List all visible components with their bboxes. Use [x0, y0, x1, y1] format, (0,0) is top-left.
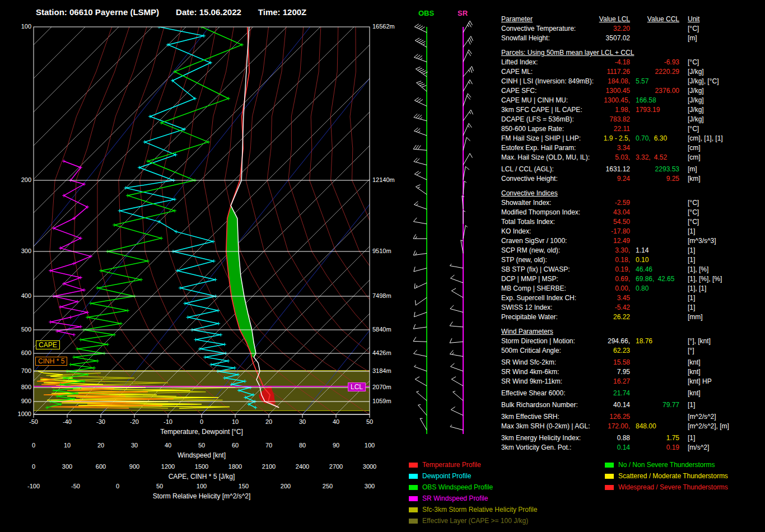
wind-axis-tick-label: 70 — [265, 442, 272, 449]
value-lcl: 0.14 — [501, 443, 630, 452]
value-lcl: 16.27 — [501, 377, 630, 386]
value-ccl-part: 2376.00 — [655, 87, 679, 95]
value-lcl: 7.95 — [501, 367, 630, 377]
value-mid-part: 6.30 — [654, 134, 667, 142]
value-unit: [J/kg] — [688, 67, 704, 77]
obs-wind-barb — [414, 365, 427, 371]
barb-staff — [413, 149, 427, 150]
value-lcl: 62.23 — [501, 346, 630, 356]
barb-full — [415, 38, 419, 40]
value-mid-part: 3.32, — [636, 153, 651, 161]
legend-label: Sfc-3km Storm Relative Helicity Profile — [422, 506, 537, 514]
cape-axis-tick-label: 3000 — [363, 463, 376, 470]
obs-wind-barb — [414, 283, 427, 288]
value-lcl-part: 783.82 — [609, 115, 630, 123]
legend-swatch — [409, 474, 418, 479]
value-lcl-part: 294.66, — [608, 337, 630, 345]
parameter-row: Lifted Index:-4.18-6.93[°C] — [501, 58, 764, 67]
parameter-row: 3km Energy Helicity Index:0.881.75[1] — [501, 433, 764, 443]
legend-swatch — [409, 519, 418, 524]
value-lcl-part: 0.00, — [615, 284, 630, 292]
barb-full — [416, 185, 420, 187]
barb-full — [414, 283, 415, 288]
parameter-row: CINH | LSI (Inversion: 849mB):184.08,5.5… — [501, 77, 764, 86]
severity-legend-item: Widespread / Severe Thunderstorms — [605, 482, 728, 493]
value-mid-part: 0.10 — [636, 256, 649, 264]
parameter-row: SWISS 12 Index:-5.42[1] — [501, 303, 764, 312]
barb-half — [416, 236, 417, 239]
isotherm — [0, 27, 220, 414]
legend-label: Dewpoint Profile — [422, 472, 471, 480]
obs-panel-label: OBS — [418, 9, 434, 17]
value-lcl: 43.04 — [501, 208, 630, 217]
height-label: 4426m — [372, 349, 391, 356]
barb-full — [451, 407, 455, 409]
value-lcl-part: 43.04 — [613, 208, 630, 216]
value-lcl-part: 1631.12 — [606, 165, 630, 173]
value-unit: [1] — [688, 303, 695, 312]
barb-full — [414, 350, 417, 354]
wind-axis-tick-label: 0 — [32, 442, 35, 449]
value-lcl-part: 22.11 — [614, 125, 630, 133]
obs-wind-barb — [414, 202, 427, 209]
value-unit: [°C] — [688, 58, 699, 67]
parameter-row: Snowfall Height:3507.02[m] — [501, 34, 764, 43]
header-value-lcl-wrap: Value LCL — [501, 15, 630, 24]
barb-full — [451, 288, 456, 291]
obs-wind-barb — [413, 324, 427, 329]
wind-axis-tick-label: 100 — [365, 442, 375, 449]
pressure-label: 800 — [7, 384, 31, 390]
cape-axis-tick-label: 1200 — [161, 463, 175, 470]
barb-full — [450, 338, 452, 343]
value-lcl-part: 40.14 — [613, 401, 630, 409]
parameter-row: Total Totals Index:54.50[°C] — [501, 217, 764, 227]
obs-wind-barb — [414, 114, 427, 121]
value-lcl-part: 7.95 — [617, 368, 630, 376]
barb-full — [421, 27, 425, 30]
parameter-row: FM Hail Size | SHIP | LHP:1.9 - 2.5,0.70… — [501, 134, 764, 143]
barb-staff — [413, 222, 427, 224]
mixing-ratio-line — [101, 27, 411, 414]
barb-staff — [463, 50, 469, 62]
barb-full — [470, 68, 472, 73]
value-mid: 1793.19 — [636, 105, 663, 115]
temp-axis-tick-label: -20 — [130, 418, 139, 425]
height-label: 16562m — [372, 23, 395, 30]
section-title: Parcels: Using 50mB mean layer LCL + CCL — [501, 48, 764, 58]
value-lcl: 172.00, — [501, 422, 630, 431]
cape-axis-tick-label: 600 — [96, 463, 106, 470]
obs-wind-barb — [413, 145, 427, 150]
temp-axis-title: Temperature, Dewpoint [°C] — [160, 428, 243, 436]
value-unit: [m^2/s^2] — [688, 412, 716, 422]
profile-legend-item: SR Windspeed Profile — [409, 493, 537, 504]
value-mid-part: 46.46 — [636, 265, 652, 273]
isotherm — [134, 27, 522, 414]
temp-axis-tick-label: -50 — [29, 418, 38, 425]
value-ccl: 2376.00 — [630, 86, 679, 96]
wind-axis-tick-label: 90 — [333, 442, 339, 449]
srh-axis-tick-label: 50 — [156, 483, 163, 489]
parameter-row: 3km Vorticity Gen. Pot.:0.140.19[m/s^2] — [501, 443, 764, 452]
barb-staff — [413, 253, 427, 255]
obs-wind-barb — [414, 312, 427, 317]
sr-wind-barb — [463, 36, 473, 48]
barb-half — [452, 353, 454, 354]
barb-full — [450, 275, 454, 278]
barb-staff — [450, 354, 463, 356]
barb-full — [470, 21, 472, 25]
dry-adiabat — [119, 27, 235, 414]
barb-full — [421, 41, 426, 44]
barb-staff — [451, 379, 463, 386]
srh-axis-tick-label: 250 — [323, 483, 333, 489]
barb-full — [469, 123, 472, 127]
value-unit: [°], [knt] — [688, 337, 711, 346]
pressure-label: 1000 — [7, 410, 31, 417]
value-mid: 69.86,42.65 — [636, 274, 678, 284]
value-ccl-part: 79.77 — [663, 401, 679, 409]
barb-half — [464, 181, 467, 183]
srh-axis-tick-label: -50 — [71, 483, 80, 489]
barb-full — [414, 312, 415, 317]
value-lcl-part: 3.30, — [615, 246, 630, 254]
cape-axis-tick-label: 300 — [62, 463, 72, 470]
date-title: Date: 15.06.2022 — [176, 7, 241, 17]
